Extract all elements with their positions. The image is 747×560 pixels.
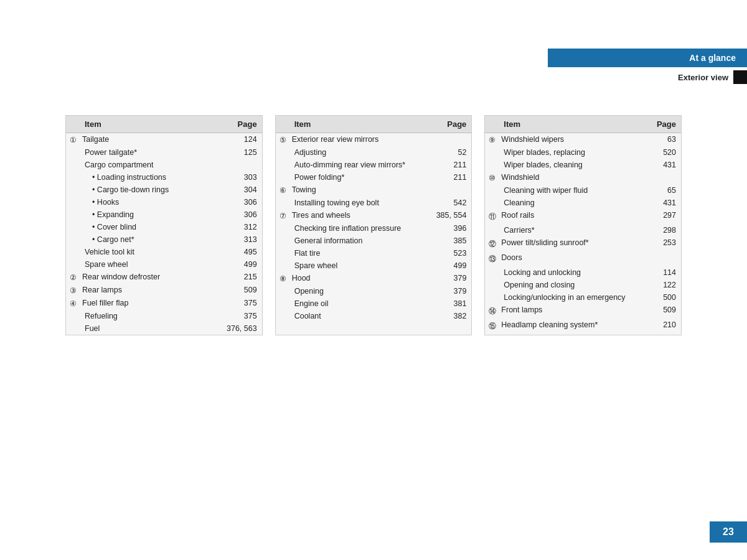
item-number xyxy=(66,246,80,258)
table-row: ②Rear window defroster215 xyxy=(66,271,262,284)
table-row: ⑤Exterior rear view mirrors xyxy=(276,133,472,147)
col-item-1: Item xyxy=(80,116,222,133)
item-page: 385 xyxy=(431,235,472,247)
item-text: Rear window defroster xyxy=(80,271,222,284)
col-page-2: Page xyxy=(431,116,472,133)
item-page: 52 xyxy=(431,146,472,159)
table-row: Coolant382 xyxy=(276,310,472,322)
col-num-1 xyxy=(66,116,80,133)
item-text: • Expanding xyxy=(80,208,222,221)
item-text: • Hooks xyxy=(80,196,222,208)
item-page: 124 xyxy=(222,133,262,147)
item-number xyxy=(66,258,80,271)
table-row: Cleaning with wiper fluid65 xyxy=(485,184,681,197)
item-number xyxy=(66,221,80,233)
item-text: Spare wheel xyxy=(289,259,431,272)
col-page-3: Page xyxy=(651,116,681,133)
item-number xyxy=(276,171,289,184)
item-page: 379 xyxy=(431,272,472,285)
item-page: 500 xyxy=(651,291,681,304)
item-text: Wiper blades, cleaning xyxy=(499,159,651,171)
item-page: 211 xyxy=(431,159,472,171)
index-table-3: Item Page ⑨Windshield wipers63Wiper blad… xyxy=(485,116,681,334)
item-page: 376, 563 xyxy=(222,322,262,335)
item-page xyxy=(651,171,681,184)
table-row: ③Rear lamps509 xyxy=(66,284,262,297)
table-row: ⑭Front lamps509 xyxy=(485,304,681,319)
table-row: ⑩Windshield xyxy=(485,171,681,184)
item-number xyxy=(276,259,289,272)
table-row: ⑪Roof rails297 xyxy=(485,209,681,224)
col-page-1: Page xyxy=(222,116,262,133)
table-row: ⑨Windshield wipers63 xyxy=(485,133,681,147)
item-page: 542 xyxy=(431,197,472,209)
table-row: Wiper blades, cleaning431 xyxy=(485,159,681,171)
item-text: Locking/unlocking in an emergency xyxy=(499,291,651,304)
table-row: • Hooks306 xyxy=(66,196,262,208)
item-number xyxy=(485,184,499,197)
item-text: Cargo compartment xyxy=(80,159,222,171)
item-text: Opening xyxy=(289,285,431,297)
item-text: Auto-dimming rear view mirrors* xyxy=(289,159,431,171)
item-text: Installing towing eye bolt xyxy=(289,197,431,209)
item-page xyxy=(222,159,262,171)
item-text: Towing xyxy=(289,184,431,197)
item-page: 509 xyxy=(222,284,262,297)
item-page: 385, 554 xyxy=(431,209,472,222)
item-number xyxy=(276,247,289,259)
col-num-3 xyxy=(485,116,499,133)
item-page: 431 xyxy=(651,159,681,171)
item-page xyxy=(431,184,472,197)
item-number: ⑨ xyxy=(485,133,499,147)
item-number: ⑩ xyxy=(485,171,499,184)
item-text: Adjusting xyxy=(289,146,431,159)
item-text: Power tailgate* xyxy=(80,146,222,159)
item-number xyxy=(276,222,289,235)
at-a-glance-label: At a glance xyxy=(548,49,747,67)
table-row: Flat tire523 xyxy=(276,247,472,259)
item-number: ⑪ xyxy=(485,209,499,224)
table-row: ⑮Headlamp cleaning system*210 xyxy=(485,319,681,334)
table-row: Installing towing eye bolt542 xyxy=(276,197,472,209)
item-number: ⑦ xyxy=(276,209,289,222)
item-text: Spare wheel xyxy=(80,258,222,271)
table-row: Adjusting52 xyxy=(276,146,472,159)
item-text: Wiper blades, replacing xyxy=(499,146,651,159)
col-item-3: Item xyxy=(499,116,651,133)
item-number: ⑧ xyxy=(276,272,289,285)
item-number xyxy=(485,197,499,209)
table-row: ⑬Doors xyxy=(485,251,681,266)
item-page: 297 xyxy=(651,209,681,224)
item-page: 122 xyxy=(651,279,681,291)
item-page xyxy=(431,133,472,147)
item-text: General information xyxy=(289,235,431,247)
table-row: Locking and unlocking114 xyxy=(485,266,681,279)
item-number xyxy=(66,184,80,196)
table-row: Refueling375 xyxy=(66,310,262,322)
item-number: ⑥ xyxy=(276,184,289,197)
table-row: • Expanding306 xyxy=(66,208,262,221)
item-page: 396 xyxy=(431,222,472,235)
table-row: Auto-dimming rear view mirrors*211 xyxy=(276,159,472,171)
index-table-1: Item Page ①Tailgate124Power tailgate*125… xyxy=(66,116,262,335)
table-panel-1: Item Page ①Tailgate124Power tailgate*125… xyxy=(65,115,263,335)
table-row: Engine oil381 xyxy=(276,297,472,310)
item-page: 312 xyxy=(222,221,262,233)
table-row: Checking tire inflation pressure396 xyxy=(276,222,472,235)
item-number xyxy=(276,197,289,209)
item-text: Coolant xyxy=(289,310,431,322)
table-row: • Cover blind312 xyxy=(66,221,262,233)
table-row: Opening379 xyxy=(276,285,472,297)
item-page: 298 xyxy=(651,224,681,236)
item-number: ⑭ xyxy=(485,304,499,319)
item-text: Fuel filler flap xyxy=(80,297,222,310)
item-text: Fuel xyxy=(80,322,222,335)
item-page: 215 xyxy=(222,271,262,284)
item-page: 499 xyxy=(431,259,472,272)
item-page: 509 xyxy=(651,304,681,319)
table-row: Locking/unlocking in an emergency500 xyxy=(485,291,681,304)
item-number xyxy=(276,285,289,297)
item-page: 495 xyxy=(222,246,262,258)
item-text: • Cargo net* xyxy=(80,233,222,246)
item-number xyxy=(276,146,289,159)
